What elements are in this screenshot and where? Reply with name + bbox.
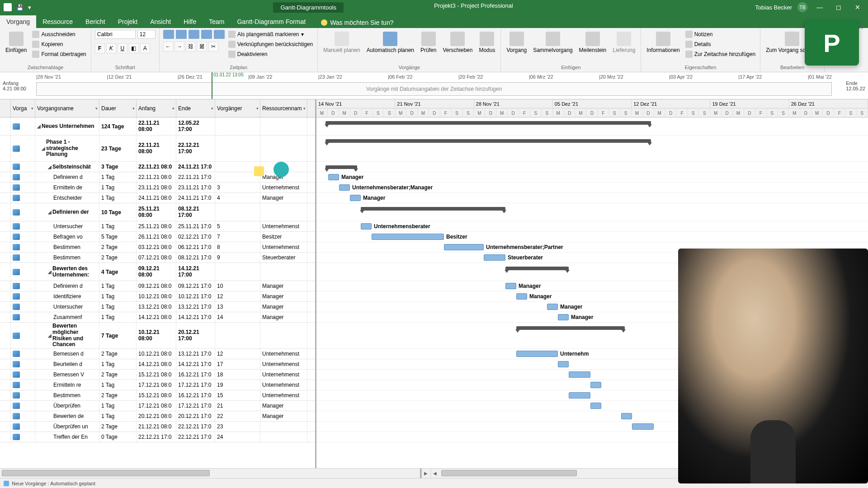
task-bar[interactable] xyxy=(590,382,601,388)
col-duration[interactable]: Dauer▾ xyxy=(99,99,137,117)
outdent-button[interactable]: ← xyxy=(163,42,173,52)
col-name[interactable]: Vorgangsname▾ xyxy=(35,99,99,117)
auto-schedule-button[interactable]: Automatisch planen xyxy=(365,30,416,55)
font-name-input[interactable] xyxy=(95,30,136,39)
table-row[interactable]: Untersucher1 Tag25.11.21 08:025.11.21 17… xyxy=(0,221,315,232)
inspect-button[interactable]: Prüfen xyxy=(419,30,438,55)
task-bar[interactable]: Manager xyxy=(350,195,361,201)
notes-button[interactable]: Notizen xyxy=(684,30,756,39)
tab-team[interactable]: Team xyxy=(203,15,231,28)
tab-ansicht[interactable]: Ansicht xyxy=(144,15,177,28)
summary-bar[interactable] xyxy=(505,267,569,270)
add-to-timeline-button[interactable]: Zur Zeitachse hinzufügen xyxy=(684,50,756,59)
pct-100-icon[interactable] xyxy=(214,30,225,39)
task-bar[interactable]: Besitzer xyxy=(372,234,444,240)
grid-scroll-thumb[interactable] xyxy=(2,470,210,476)
table-row[interactable]: Zusammenf1 Tag14.12.21 08:014.12.21 17:0… xyxy=(0,312,315,323)
indent-button[interactable]: → xyxy=(175,42,184,52)
format-painter-button[interactable]: Format übertragen xyxy=(31,50,87,59)
table-row[interactable]: Bestimmen2 Tage03.12.21 08:006.12.21 17:… xyxy=(0,242,315,253)
summary-bar[interactable] xyxy=(516,326,625,330)
table-row[interactable]: Identifiziere1 Tag10.12.21 08:010.12.21 … xyxy=(0,291,315,302)
table-row[interactable]: Bemessen V2 Tage15.12.21 08:016.12.21 17… xyxy=(0,370,315,380)
table-row[interactable]: Beurteilen d1 Tag14.12.21 08:014.12.21 1… xyxy=(0,359,315,370)
tab-bericht[interactable]: Bericht xyxy=(79,15,112,28)
table-row[interactable]: Untersucher1 Tag13.12.21 08:013.12.21 17… xyxy=(0,302,315,312)
table-row[interactable]: Entscheider1 Tag24.11.21 08:024.11.21 17… xyxy=(0,193,315,203)
task-bar[interactable]: Manager xyxy=(547,304,558,310)
underline-button[interactable]: U xyxy=(118,43,127,53)
tab-format[interactable]: Gantt-Diagramm Format xyxy=(231,15,312,28)
table-row[interactable]: Bestimmen2 Tage15.12.21 08:016.12.21 17:… xyxy=(0,390,315,401)
pct-50-icon[interactable] xyxy=(189,30,199,39)
summary-bar[interactable] xyxy=(361,207,505,211)
table-row[interactable]: ◢Phase 1 - strategische Planung23 Tage22… xyxy=(0,136,315,162)
task-bar[interactable] xyxy=(569,371,590,378)
insert-task-button[interactable]: Vorgang xyxy=(505,30,528,55)
table-row[interactable]: ◢Neues Unternehmen124 Tage22.11.21 08:00… xyxy=(0,117,315,136)
insert-deliverable-button[interactable]: Lieferung xyxy=(611,30,637,55)
summary-bar[interactable] xyxy=(326,165,357,169)
cut-button[interactable]: Ausschneiden xyxy=(31,30,87,39)
tab-vorgang[interactable]: Vorgang xyxy=(0,15,36,28)
task-bar[interactable]: Unternehmensberater;Manager xyxy=(339,184,350,191)
pct-25-icon[interactable] xyxy=(176,30,187,39)
task-bar[interactable] xyxy=(569,392,590,399)
timeline-strip[interactable]: Anfang 4.21 08:00 Ende 12.05.22 |28 Nov … xyxy=(0,72,868,99)
bold-button[interactable]: F xyxy=(95,43,105,53)
grid-scroll-right[interactable]: ▶ xyxy=(421,469,430,478)
task-bar[interactable]: Unternehmensberater xyxy=(361,223,372,230)
details-button[interactable]: Details xyxy=(684,40,756,49)
paste-button[interactable]: Einfügen xyxy=(4,30,28,55)
task-bar[interactable] xyxy=(558,361,569,367)
task-grid[interactable]: Vorga▾ Vorgangsname▾ Dauer▾ Anfang▾ Ende… xyxy=(0,99,316,468)
table-row[interactable]: ◢Definieren der10 Tage25.11.21 08:0008.1… xyxy=(0,203,315,221)
table-row[interactable]: Definieren d1 Tag22.11.21 08:022.11.21 1… xyxy=(0,172,315,183)
task-bar[interactable] xyxy=(590,403,601,409)
maximize-button[interactable]: ◻ xyxy=(832,0,845,14)
summary-bar[interactable] xyxy=(326,139,651,143)
mark-ontrack-button[interactable]: Als plangemäß markieren ▾ xyxy=(227,30,314,39)
font-color-button[interactable]: A xyxy=(140,43,150,53)
fill-color-button[interactable]: ◧ xyxy=(129,43,139,53)
table-row[interactable]: ◢Selbsteinschät3 Tage22.11.21 08:024.11.… xyxy=(0,162,315,172)
save-icon[interactable]: 💾 xyxy=(16,4,24,11)
close-button[interactable]: ✕ xyxy=(851,0,864,14)
table-row[interactable]: Definieren d1 Tag09.12.21 08:009.12.21 1… xyxy=(0,281,315,291)
table-row[interactable]: Treffen der En0 Tage22.12.21 17:022.12.2… xyxy=(0,432,315,442)
table-row[interactable]: Ermitteln de1 Tag23.11.21 08:023.11.21 1… xyxy=(0,183,315,193)
insert-milestone-button[interactable]: Meilenstein xyxy=(577,30,609,55)
task-bar[interactable]: Unternehmensberater;Partner xyxy=(444,244,484,250)
table-row[interactable]: ◢Bewerten möglicher Risiken und Chancen7… xyxy=(0,323,315,349)
gantt-scroll-thumb[interactable] xyxy=(441,470,577,476)
split-button[interactable]: ✂ xyxy=(208,42,218,52)
task-bar[interactable] xyxy=(621,413,632,419)
task-bar[interactable]: Manager xyxy=(328,174,339,180)
pct-0-icon[interactable] xyxy=(163,30,174,39)
information-button[interactable]: Informationen xyxy=(645,30,681,55)
pct-75-icon[interactable] xyxy=(201,30,212,39)
tab-projekt[interactable]: Projekt xyxy=(112,15,144,28)
user-avatar[interactable]: TB xyxy=(797,2,807,12)
manual-schedule-button[interactable]: Manuell planen xyxy=(321,30,362,55)
table-row[interactable]: Befragen vo5 Tage26.11.21 08:002.12.21 1… xyxy=(0,232,315,242)
move-button[interactable]: Verschieben xyxy=(441,30,474,55)
table-row[interactable]: Bestimmen2 Tage07.12.21 08:008.12.21 17:… xyxy=(0,253,315,263)
unlink-button[interactable]: ⛓̸ xyxy=(197,42,207,52)
col-start[interactable]: Anfang▾ xyxy=(137,99,176,117)
table-row[interactable]: Überprüfen1 Tag17.12.21 08:017.12.21 17:… xyxy=(0,401,315,411)
copy-button[interactable]: Kopieren xyxy=(31,40,87,49)
col-resources[interactable]: Ressourcennam▾ xyxy=(260,99,307,117)
task-bar[interactable]: Unternehm xyxy=(516,351,558,357)
task-bar[interactable]: Manager xyxy=(558,314,569,320)
timeline-bar[interactable]: Vorgänge mit Datumsangaben der Zeitachse… xyxy=(36,82,832,96)
task-bar[interactable]: Manager xyxy=(516,293,527,300)
table-row[interactable]: Überprüfen un2 Tage21.12.21 08:022.12.21… xyxy=(0,422,315,432)
task-bar[interactable]: Steuerberater xyxy=(484,254,505,261)
mode-button[interactable]: Modus xyxy=(477,30,497,55)
table-row[interactable]: Ermitteln re1 Tag17.12.21 08:017.12.21 1… xyxy=(0,380,315,390)
table-row[interactable]: Bewerten de1 Tag20.12.21 08:020.12.21 17… xyxy=(0,411,315,422)
col-mode[interactable]: Vorga▾ xyxy=(11,99,35,117)
link-button[interactable]: ⛓ xyxy=(186,42,196,52)
summary-bar[interactable] xyxy=(326,121,651,125)
